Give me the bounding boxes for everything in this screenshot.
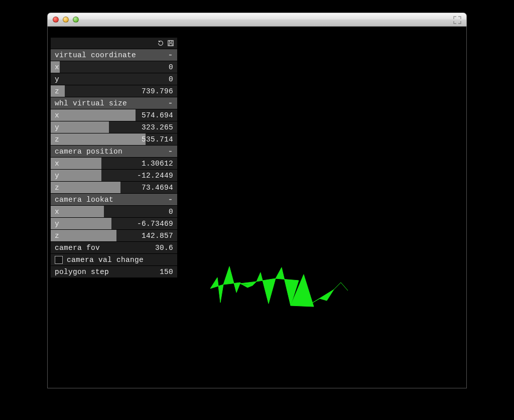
slider-row[interactable]: x0 <box>51 205 177 217</box>
group-header[interactable]: camera lookat- <box>51 193 177 205</box>
slider-row[interactable]: z535.714 <box>51 133 177 145</box>
svg-marker-4 <box>223 266 240 293</box>
slider-row[interactable]: x0 <box>51 61 177 73</box>
slider-row[interactable]: z142.857 <box>51 229 177 241</box>
group-header[interactable]: virtual coordinate- <box>51 49 177 61</box>
collapse-icon[interactable]: - <box>168 148 173 155</box>
camera-fov-row[interactable]: camera fov 30.6 <box>51 241 177 253</box>
group-header[interactable]: camera position- <box>51 145 177 157</box>
slider-label: z <box>55 87 59 95</box>
zoom-icon[interactable] <box>73 17 79 23</box>
slider-value: 739.796 <box>59 87 173 95</box>
polygon-step-value: 150 <box>109 268 173 276</box>
slider-value: 323.265 <box>59 123 173 131</box>
polygon-step-row[interactable]: polygon step 150 <box>51 265 177 277</box>
save-icon[interactable] <box>167 40 174 47</box>
slider-label: z <box>55 135 59 144</box>
fullscreen-icon[interactable] <box>453 16 461 24</box>
group-title: camera lookat <box>55 196 113 204</box>
slider-label: y <box>55 123 59 131</box>
slider-value: -6.73469 <box>59 220 173 228</box>
slider-row[interactable]: y-12.2449 <box>51 169 177 181</box>
collapse-icon[interactable]: - <box>168 100 173 107</box>
camera-val-change-row[interactable]: camera val change <box>51 253 177 265</box>
polygon-mesh <box>208 252 359 313</box>
slider-row[interactable]: x1.30612 <box>51 157 177 169</box>
slider-row[interactable]: z739.796 <box>51 85 177 97</box>
collapse-icon[interactable]: - <box>168 52 173 59</box>
slider-label: y <box>55 75 59 83</box>
slider-value: 574.694 <box>59 111 173 119</box>
slider-value: 0 <box>59 208 173 216</box>
group-header[interactable]: whl virtual size- <box>51 97 177 109</box>
slider-row[interactable]: y0 <box>51 73 177 85</box>
camera-fov-value: 30.6 <box>100 244 173 252</box>
slider-label: x <box>55 111 59 119</box>
refresh-icon[interactable] <box>157 40 164 47</box>
slider-label: z <box>55 184 59 192</box>
minimize-icon[interactable] <box>63 17 69 23</box>
group-title: camera position <box>55 148 122 156</box>
slider-value: 0 <box>59 75 173 83</box>
slider-value: 73.4694 <box>59 184 173 192</box>
slider-value: 0 <box>59 63 173 71</box>
slider-label: y <box>55 220 59 228</box>
group-title: virtual coordinate <box>55 51 136 59</box>
panel-header <box>51 38 177 49</box>
slider-row[interactable]: x574.694 <box>51 109 177 121</box>
slider-value: 1.30612 <box>59 160 173 168</box>
slider-value: 142.857 <box>59 232 173 240</box>
polygon-step-label: polygon step <box>55 268 109 276</box>
camera-fov-label: camera fov <box>55 244 100 252</box>
slider-label: x <box>55 63 59 71</box>
camera-val-change-checkbox[interactable] <box>55 256 63 264</box>
slider-label: x <box>55 160 59 168</box>
slider-label: y <box>55 172 59 180</box>
viewport[interactable]: virtual coordinate-x0y0z739.796whl virtu… <box>47 27 467 388</box>
svg-marker-3 <box>210 277 223 303</box>
window-titlebar[interactable] <box>47 13 467 27</box>
collapse-icon[interactable]: - <box>168 196 173 203</box>
group-title: whl virtual size <box>55 99 127 107</box>
slider-row[interactable]: y323.265 <box>51 121 177 133</box>
traffic-lights <box>53 17 79 23</box>
gui-panel: virtual coordinate-x0y0z739.796whl virtu… <box>51 38 177 277</box>
camera-val-change-label: camera val change <box>67 256 144 264</box>
slider-row[interactable]: y-6.73469 <box>51 217 177 229</box>
svg-marker-6 <box>256 272 276 304</box>
slider-label: x <box>55 208 59 216</box>
close-icon[interactable] <box>53 17 59 23</box>
svg-rect-2 <box>169 44 172 46</box>
svg-rect-1 <box>169 41 172 43</box>
slider-value: -12.2449 <box>59 172 173 180</box>
svg-marker-9 <box>313 290 334 303</box>
slider-value: 535.714 <box>59 135 173 144</box>
slider-label: z <box>55 232 59 240</box>
slider-row[interactable]: z73.4694 <box>51 181 177 193</box>
